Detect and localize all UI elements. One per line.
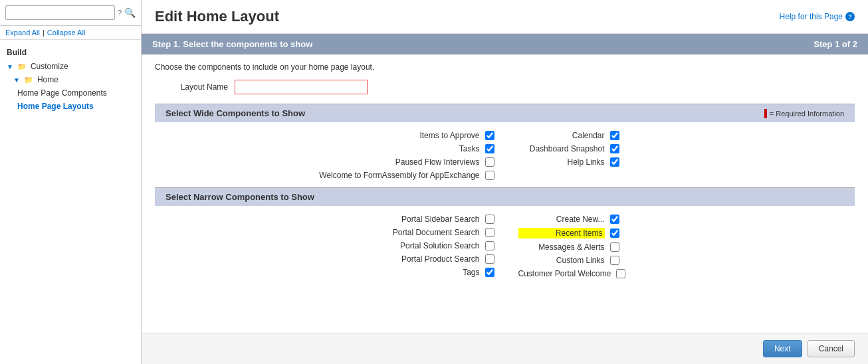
wide-items-approve-label: Items to Approve [419,131,479,140]
wide-help-links-label: Help Links [518,157,605,167]
narrow-custom-links-row: Custom Links [505,254,855,267]
wide-dashboard-label: Dashboard Snapshot [518,144,605,153]
narrow-product-search-row: Portal Product Search [155,252,505,266]
home-label: Home [37,75,58,84]
help-circle-icon: ? [845,12,855,21]
wide-components-grid: Items to Approve Tasks Paused Flow Inter… [155,129,855,182]
required-bar-icon [764,109,767,118]
footer: Next Cancel [142,333,868,364]
main-header: Edit Home Layout Help for this Page ? [142,0,868,34]
home-nav-item[interactable]: ▼ 📁 Home [0,73,141,86]
instructions-text: Choose the components to include on your… [155,62,855,72]
wide-calendar-label: Calendar [518,131,605,140]
sidebar-links: Expand All | Collapse All [0,26,141,40]
search-input[interactable]: Home Page [5,5,115,20]
narrow-customer-portal-checkbox[interactable] [616,269,625,278]
page-title: Edit Home Layout [155,8,279,25]
home-folder-icon: 📁 [24,76,33,84]
sidebar-nav: Build ▼ 📁 Customize ▼ 📁 Home Home Page C… [0,40,141,118]
step-header: Step 1. Select the components to show St… [142,34,868,54]
narrow-customer-portal-row: Customer Portal Welcome [505,267,855,280]
narrow-customer-portal-label: Customer Portal Welcome [518,269,611,278]
narrow-right-col: Create New... Recent Items Messages & Al… [505,213,855,280]
wide-calendar-checkbox[interactable] [610,131,619,140]
narrow-messages-label: Messages & Alerts [518,242,605,252]
main-content: Edit Home Layout Help for this Page ? St… [142,0,868,364]
wide-paused-checkbox[interactable] [485,157,494,167]
narrow-sidebar-search-checkbox[interactable] [485,215,494,224]
help-link-text: Help for this Page [780,12,843,21]
narrow-tags-label: Tags [463,268,479,277]
wide-dashboard-row: Dashboard Snapshot [505,142,855,155]
narrow-components-header: Select Narrow Components to Show [155,187,855,206]
step-counter: Step 1 of 2 [814,39,857,49]
narrow-left-col: Portal Sidebar Search Portal Document Se… [155,213,505,280]
collapse-all-link[interactable]: Collapse All [47,29,85,37]
wide-help-links-checkbox[interactable] [610,157,619,167]
layout-name-label: Layout Name [155,82,235,92]
narrow-product-search-checkbox[interactable] [485,254,494,264]
sidebar-item-home-page-components[interactable]: Home Page Components [0,86,141,100]
narrow-sol-search-label: Portal Solution Search [400,241,479,250]
required-legend: = Required Information [764,109,844,118]
wide-right-col: Calendar Dashboard Snapshot Help Links [505,129,855,182]
narrow-create-new-checkbox[interactable] [610,215,619,224]
narrow-doc-search-row: Portal Document Search [155,226,505,239]
sidebar: Home Page ? 🔍 Expand All | Collapse All … [0,0,142,364]
help-link[interactable]: Help for this Page ? [780,12,855,21]
narrow-components-grid: Portal Sidebar Search Portal Document Se… [155,213,855,280]
wide-calendar-row: Calendar [505,129,855,142]
narrow-components-title: Select Narrow Components to Show [165,192,314,202]
customize-folder-icon: 📁 [17,62,27,71]
narrow-recent-items-row: Recent Items [505,226,855,240]
narrow-custom-links-checkbox[interactable] [610,256,619,265]
narrow-sol-search-checkbox[interactable] [485,241,494,250]
narrow-recent-items-checkbox[interactable] [610,228,619,238]
narrow-create-new-row: Create New... [505,213,855,226]
wide-items-approve-checkbox[interactable] [485,131,494,140]
customize-arrow-icon: ▼ [7,63,13,70]
wide-welcome-label: Welcome to FormAssembly for AppExchange [319,171,479,180]
narrow-messages-row: Messages & Alerts [505,240,855,254]
wide-help-links-row: Help Links [505,155,855,169]
wide-welcome-checkbox[interactable] [485,171,494,180]
narrow-tags-checkbox[interactable] [485,268,494,277]
customize-nav-item[interactable]: ▼ 📁 Customize [0,60,141,73]
layout-name-row: Layout Name Patner Portal [155,80,855,94]
wide-welcome-row: Welcome to FormAssembly for AppExchange [155,169,505,182]
cancel-button[interactable]: Cancel [808,340,855,357]
expand-all-link[interactable]: Expand All [5,29,40,37]
narrow-tags-row: Tags [155,266,505,279]
build-section-label: Build [0,45,141,60]
narrow-messages-checkbox[interactable] [610,242,619,252]
wide-paused-label: Paused Flow Interviews [395,157,480,167]
narrow-product-search-label: Portal Product Search [401,254,479,264]
narrow-doc-search-label: Portal Document Search [393,228,480,237]
narrow-doc-search-checkbox[interactable] [485,228,494,237]
wide-tasks-label: Tasks [459,144,480,153]
wide-paused-row: Paused Flow Interviews [155,155,505,169]
home-arrow-icon: ▼ [13,76,20,84]
narrow-sol-search-row: Portal Solution Search [155,239,505,252]
narrow-create-new-label: Create New... [518,215,605,224]
content-area: Choose the components to include on your… [142,54,868,333]
search-icon[interactable]: 🔍 [124,7,136,18]
sidebar-item-home-page-layouts[interactable]: Home Page Layouts [0,100,141,113]
required-text: = Required Information [770,110,844,118]
narrow-custom-links-label: Custom Links [518,256,605,265]
wide-left-col: Items to Approve Tasks Paused Flow Inter… [155,129,505,182]
narrow-sidebar-search-label: Portal Sidebar Search [401,215,479,224]
wide-tasks-checkbox[interactable] [485,144,494,153]
wide-tasks-row: Tasks [155,142,505,155]
step-label: Step 1. Select the components to show [152,39,312,49]
wide-dashboard-checkbox[interactable] [610,144,619,153]
narrow-sidebar-search-row: Portal Sidebar Search [155,213,505,226]
layout-name-input[interactable]: Patner Portal [235,80,368,94]
sidebar-search-area: Home Page ? 🔍 [0,0,141,26]
wide-items-approve-row: Items to Approve [155,129,505,142]
wide-components-title: Select Wide Components to Show [165,108,305,118]
help-icon[interactable]: ? [118,9,122,17]
next-button[interactable]: Next [763,340,802,357]
narrow-recent-items-label: Recent Items [518,228,605,238]
customize-label: Customize [31,62,68,71]
